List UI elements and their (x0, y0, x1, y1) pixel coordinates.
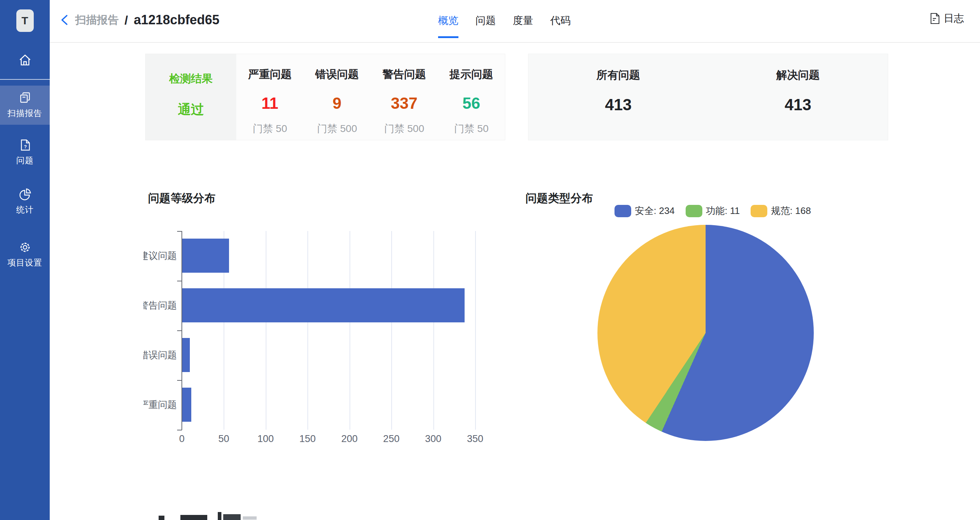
x-axis-tick-label: 250 (377, 433, 406, 445)
pie-legend: 安全: 234功能: 11规范: 168 (614, 205, 811, 217)
y-axis-tick (177, 231, 182, 232)
x-axis-tick-label: 150 (293, 433, 322, 445)
home-icon (18, 53, 32, 67)
tab-bar: 概览 问题 度量 代码 (438, 0, 571, 43)
legend-item[interactable]: 功能: 11 (686, 205, 740, 217)
total-label: 解决问题 (776, 68, 820, 83)
metric-value: 56 (462, 94, 480, 113)
detection-summary-card: 检测结果 通过 严重问题11门禁 50错误问题9门禁 500警告问题337门禁 … (145, 54, 505, 140)
sidebar-item-scan-report[interactable]: 扫描报告 (0, 86, 50, 125)
metric-gate: 门禁 500 (317, 122, 357, 136)
home-button[interactable] (18, 53, 32, 67)
grid-line (391, 231, 392, 430)
tab-overview[interactable]: 概览 (438, 0, 458, 43)
metric-label: 错误问题 (315, 67, 359, 82)
category-label: 建议问题 (143, 231, 177, 281)
breadcrumb: 扫描报告 / a1218cbfed65 (60, 12, 220, 28)
metric-column: 严重问题11门禁 50 (236, 54, 304, 140)
legend-swatch (751, 205, 767, 217)
total-value: 413 (605, 96, 632, 114)
metric-column: 提示问题56门禁 50 (438, 54, 505, 140)
category-label: 警告问题 (143, 281, 177, 330)
breadcrumb-current: a1218cbfed65 (134, 12, 219, 28)
detection-result-panel: 检测结果 通过 (146, 54, 236, 140)
metric-value: 9 (332, 94, 341, 113)
metric-label: 提示问题 (450, 67, 493, 82)
y-axis-tick (177, 281, 182, 281)
issue-type-pie-chart[interactable] (597, 225, 814, 441)
legend-label: 功能: 11 (706, 205, 740, 217)
issues-icon: ? (19, 138, 32, 152)
metric-column: 警告问题337门禁 500 (371, 54, 438, 140)
pie-chart-icon (19, 188, 32, 201)
metric-gate: 门禁 50 (253, 122, 287, 136)
y-axis-tick (177, 330, 182, 331)
scan-report-page: T 扫描报告 (0, 0, 980, 520)
log-file-icon (930, 12, 940, 25)
grid-line (307, 231, 308, 430)
bar-chart-bar[interactable] (182, 239, 229, 273)
legend-swatch (614, 205, 631, 217)
metric-label: 严重问题 (248, 67, 292, 82)
avatar[interactable]: T (16, 10, 34, 32)
category-label: 错误问题 (143, 330, 177, 380)
legend-swatch (686, 205, 702, 217)
bar-chart-bar[interactable] (182, 338, 190, 372)
back-button[interactable] (60, 14, 69, 26)
total-value: 413 (785, 96, 811, 114)
total-label: 所有问题 (597, 68, 640, 83)
bar-chart-bar[interactable] (182, 288, 465, 322)
x-axis-tick-label: 300 (419, 433, 448, 445)
y-axis-tick (177, 430, 182, 430)
scan-report-icon (19, 91, 32, 105)
sidebar-item-label: 问题 (16, 155, 34, 166)
total-resolved-issues: 解决问题 413 (708, 54, 888, 140)
metric-gate: 门禁 50 (454, 122, 488, 136)
pie-chart-title: 问题类型分布 (525, 191, 593, 206)
svg-text:?: ? (24, 144, 27, 149)
metric-value: 337 (391, 94, 417, 113)
grid-line (433, 231, 434, 430)
x-axis-tick-label: 0 (167, 433, 196, 445)
log-button[interactable]: 日志 (930, 12, 964, 25)
grid-line (475, 231, 476, 430)
sidebar-item-issues[interactable]: ? 问题 (0, 133, 50, 172)
metric-column: 错误问题9门禁 500 (304, 54, 371, 140)
grid-line (350, 231, 350, 430)
sidebar: T 扫描报告 (0, 0, 50, 520)
header: 扫描报告 / a1218cbfed65 概览 问题 度量 代码 日志 (50, 0, 980, 43)
log-button-label: 日志 (944, 12, 964, 25)
breadcrumb-parent[interactable]: 扫描报告 (75, 13, 119, 28)
x-axis-tick-label: 100 (251, 433, 280, 445)
detection-result-label: 检测结果 (169, 71, 213, 86)
x-axis-tick-label: 50 (209, 433, 238, 445)
metric-label: 警告问题 (383, 67, 426, 82)
sidebar-item-label: 统计 (16, 204, 34, 216)
gear-icon (19, 241, 32, 254)
sidebar-item-project-settings[interactable]: 项目设置 (0, 235, 50, 274)
sidebar-item-statistics[interactable]: 统计 (0, 182, 50, 221)
totals-card: 所有问题 413 解决问题 413 (528, 54, 888, 140)
bar-chart-bar[interactable] (182, 388, 191, 422)
sidebar-nav: 扫描报告 ? 问题 (0, 80, 50, 274)
sidebar-item-label: 项目设置 (8, 257, 43, 268)
legend-label: 规范: 168 (771, 205, 811, 217)
x-axis-tick-label: 200 (335, 433, 364, 445)
tab-metrics[interactable]: 度量 (513, 0, 533, 43)
metric-gate: 门禁 500 (384, 122, 424, 136)
tab-code[interactable]: 代码 (550, 0, 571, 43)
bar-chart-title: 问题等级分布 (148, 191, 216, 206)
metrics-area: 严重问题11门禁 50错误问题9门禁 500警告问题337门禁 500提示问题5… (236, 54, 505, 140)
y-axis-tick (177, 380, 182, 381)
detection-result-value: 通过 (178, 101, 204, 119)
issue-level-bar-chart[interactable]: 建议问题警告问题错误问题严重问题050100150200250300350 (143, 231, 495, 449)
legend-label: 安全: 234 (635, 205, 675, 217)
legend-item[interactable]: 规范: 168 (751, 205, 811, 217)
metric-value: 11 (261, 94, 278, 113)
x-axis-tick-label: 350 (461, 433, 490, 445)
category-label: 严重问题 (143, 380, 177, 430)
legend-item[interactable]: 安全: 234 (614, 205, 675, 217)
tab-issues[interactable]: 问题 (476, 0, 496, 43)
sidebar-item-label: 扫描报告 (8, 108, 43, 119)
partial-section-heading (159, 510, 267, 520)
